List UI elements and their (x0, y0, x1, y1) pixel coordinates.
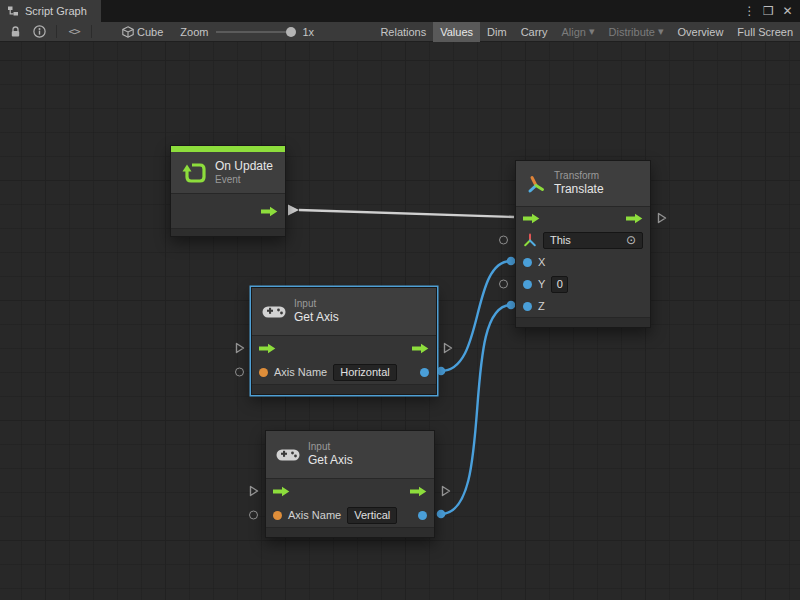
window-controls: ⋮ ❒ ✕ (740, 0, 800, 22)
window-maximize-button[interactable]: ❒ (759, 1, 778, 21)
flow-input-marker[interactable] (235, 342, 245, 354)
info-icon (33, 25, 46, 38)
node-title: Translate (554, 182, 604, 197)
window-menu-button[interactable]: ⋮ (740, 1, 759, 21)
node-footer (516, 317, 650, 327)
flow-output-port[interactable] (261, 206, 278, 217)
triangle-port-icon (441, 485, 451, 497)
this-field-value: This (550, 234, 571, 246)
axis-name-label: Axis Name (288, 509, 341, 521)
y-value-field[interactable]: 0 (551, 276, 568, 293)
carry-button[interactable]: Carry (514, 22, 555, 42)
node-title: Get Axis (308, 453, 353, 468)
target-object-button[interactable]: Cube (115, 22, 170, 42)
triangle-port-icon (443, 342, 453, 354)
axis-name-port[interactable] (273, 511, 282, 520)
z-value-port[interactable] (523, 302, 532, 311)
axis-name-port[interactable] (259, 368, 268, 377)
node-get-axis-horizontal[interactable]: Input Get Axis (251, 287, 437, 395)
window-close-button[interactable]: ✕ (778, 1, 797, 21)
source-code-button[interactable]: <> (62, 22, 86, 42)
result-output-port[interactable] (420, 368, 429, 377)
distribute-label: Distribute (609, 26, 655, 38)
node-get-axis-vertical[interactable]: Input Get Axis (265, 430, 435, 538)
axis-name-field[interactable]: Vertical (347, 507, 397, 524)
axis-name-field[interactable]: Horizontal (333, 364, 397, 381)
y-port-marker[interactable] (499, 280, 508, 289)
graph-canvas[interactable]: On Update Event Transform Translate (0, 42, 800, 600)
zoom-slider[interactable] (216, 31, 294, 33)
overview-button[interactable]: Overview (671, 22, 731, 42)
wire-endpoint-dot[interactable] (437, 510, 446, 519)
flow-output-marker[interactable] (441, 485, 451, 497)
fullscreen-button[interactable]: Full Screen (730, 22, 800, 42)
lock-button[interactable] (3, 22, 27, 42)
flow-output-marker[interactable] (657, 212, 667, 224)
node-title: On Update (215, 159, 273, 174)
lock-icon (10, 26, 21, 38)
y-value-port[interactable] (523, 280, 532, 289)
update-loop-icon (181, 161, 207, 185)
node-footer (266, 527, 434, 537)
flow-row (516, 207, 650, 229)
axis-name-label: Axis Name (274, 366, 327, 378)
zoom-slider-knob[interactable] (286, 27, 296, 37)
node-transform-translate[interactable]: Transform Translate (515, 160, 651, 328)
dim-button[interactable]: Dim (480, 22, 514, 42)
values-button[interactable]: Values (433, 22, 480, 42)
axis-name-row: Axis Name Horizontal (252, 360, 436, 384)
tab-title: Script Graph (25, 5, 87, 17)
flow-input-port[interactable] (523, 213, 540, 224)
zoom-control: Zoom 1x (180, 26, 314, 38)
axes-icon (523, 233, 537, 247)
inspect-button[interactable] (27, 22, 51, 42)
flow-output-port[interactable] (410, 486, 427, 497)
flow-input-port[interactable] (259, 343, 276, 354)
node-header[interactable]: Input Get Axis (252, 288, 436, 336)
graph-toolbar: <> Cube Zoom 1x Relations Values Dim Car… (0, 22, 800, 42)
node-category: Input (294, 298, 339, 311)
result-output-port[interactable] (418, 511, 427, 520)
node-on-update-event[interactable]: On Update Event (170, 145, 286, 237)
axis-name-row: Axis Name Vertical (266, 503, 434, 527)
node-header[interactable]: On Update Event (171, 152, 285, 194)
toolbar-separator (91, 25, 92, 38)
relations-button[interactable]: Relations (373, 22, 433, 42)
this-input-row: This ⊙ (516, 229, 650, 251)
axis-name-value: Vertical (354, 509, 390, 521)
node-header[interactable]: Input Get Axis (266, 431, 434, 479)
graph-icon (7, 5, 19, 17)
axis-name-port-marker[interactable] (235, 368, 244, 377)
this-object-field[interactable]: This ⊙ (543, 232, 643, 249)
zoom-value: 1x (302, 26, 314, 38)
distribute-dropdown[interactable]: Distribute ▾ (602, 22, 671, 42)
wire-endpoint-dot[interactable] (507, 301, 516, 310)
value-wire-vertical-to-z[interactable] (441, 305, 511, 514)
y-input-row: Y 0 (516, 273, 650, 295)
wire-endpoint-dot[interactable] (437, 367, 446, 376)
node-category: Transform (554, 170, 604, 183)
this-port-marker[interactable] (499, 236, 508, 245)
x-port-label: X (538, 256, 545, 268)
flow-input-port[interactable] (273, 486, 290, 497)
x-value-port[interactable] (523, 258, 532, 267)
flow-output-port[interactable] (412, 343, 429, 354)
node-header[interactable]: Transform Translate (516, 161, 650, 207)
flow-input-marker[interactable] (249, 485, 259, 497)
tab-script-graph[interactable]: Script Graph (0, 0, 101, 22)
triangle-port-icon (235, 342, 245, 354)
node-subtitle: Event (215, 174, 273, 187)
titlebar: Script Graph ⋮ ❒ ✕ (0, 0, 800, 22)
y-field-value: 0 (557, 278, 563, 290)
flow-wire[interactable] (299, 210, 514, 217)
value-wire-horizontal-to-x[interactable] (441, 261, 511, 371)
flow-output-port[interactable] (626, 213, 643, 224)
x-input-row: X (516, 251, 650, 273)
z-input-row: Z (516, 295, 650, 317)
flow-row (266, 479, 434, 503)
align-dropdown[interactable]: Align ▾ (555, 22, 602, 42)
wire-endpoint-dot[interactable] (507, 257, 516, 266)
align-label: Align (562, 26, 586, 38)
flow-output-marker[interactable] (443, 342, 453, 354)
axis-name-port-marker[interactable] (249, 511, 258, 520)
